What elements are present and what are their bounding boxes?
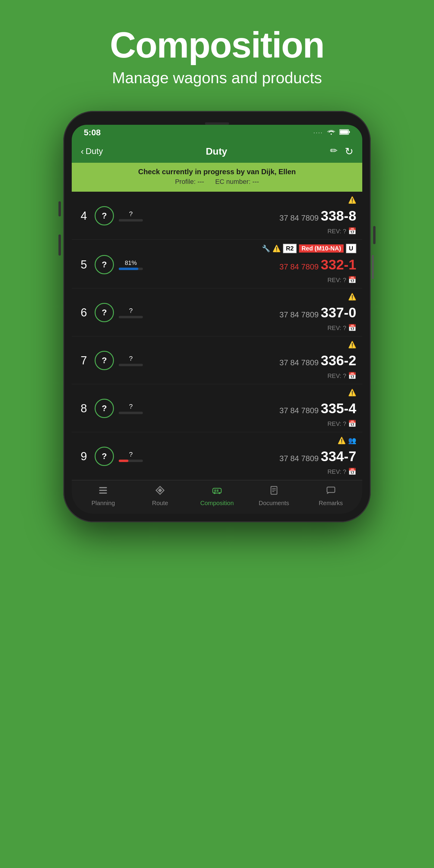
bottom-nav: Planning Route [72, 480, 362, 514]
nav-route[interactable]: Route [132, 485, 189, 507]
phone-frame: 5:08 ···· [63, 111, 371, 522]
wagon-item-5[interactable]: 🔧 ⚠️ R2 Red (M10-NA) U 5 ? 81% [72, 240, 362, 288]
warning-icon-8: ⚠️ [348, 389, 356, 397]
wagon-6-id: 37 84 7809 337-0 [148, 304, 356, 321]
wagon-item-8[interactable]: ⚠️ 8 ? ? 37 [72, 384, 362, 432]
dots-icon: ···· [313, 130, 323, 136]
volume-down-button [59, 235, 61, 255]
warning-icon-6: ⚠️ [348, 293, 356, 301]
wagon-9-number: 9 [78, 450, 90, 463]
wifi-icon [327, 128, 336, 137]
wagon-9-progress: ? [119, 451, 143, 462]
svg-rect-1 [340, 130, 348, 134]
wagon-5-progress: 81% [119, 259, 143, 270]
page-header: Composition Manage wagons and products [110, 24, 324, 87]
wagon-8-progress-bar [119, 412, 143, 414]
page-title: Composition [110, 24, 324, 66]
red-m10-badge: Red (M10-NA) [299, 244, 343, 253]
svg-rect-4 [99, 490, 107, 491]
scroll-indicator [372, 255, 374, 279]
warning-triangle-icon: ⚠️ [273, 245, 281, 253]
phone-screen: ‹ Duty Duty ✏ ↻ Check currently in progr… [72, 140, 362, 514]
wagon-5-progress-bar [119, 268, 143, 270]
camera-notch [72, 119, 362, 125]
nav-planning[interactable]: Planning [75, 485, 132, 507]
nav-remarks[interactable]: Remarks [302, 485, 359, 507]
refresh-icon[interactable]: ↻ [345, 145, 353, 157]
nav-composition[interactable]: Composition [189, 485, 246, 507]
calendar-icon-6: 📅 [348, 324, 356, 332]
wagon-4-number: 4 [78, 210, 90, 222]
nav-documents[interactable]: Documents [245, 485, 302, 507]
wagon-7-badges: ⚠️ [78, 341, 356, 349]
profile-ec-text: Profile: --- EC number: --- [78, 178, 356, 187]
status-bar: 5:08 ···· [72, 125, 362, 140]
wagon-4-circle: ? [95, 206, 114, 225]
wagon-item-7[interactable]: ⚠️ 7 ? ? 37 [72, 336, 362, 384]
wagon-4-id: 37 84 7809 338-8 [148, 208, 356, 224]
wagon-9-badges: ⚠️ 👥 [78, 436, 356, 445]
wagon-7-progress-bar [119, 364, 143, 366]
info-banner: Check currently in progress by van Dijk,… [72, 163, 362, 192]
wagon-5-row: 5 ? 81% 37 84 7809 332-1 [78, 255, 356, 274]
wagon-9-rev: REV: ? 📅 [78, 468, 356, 475]
wagon-8-badges: ⚠️ [78, 389, 356, 397]
svg-marker-7 [158, 488, 162, 493]
calendar-icon-5: 📅 [348, 276, 356, 284]
speaker-bar [205, 122, 229, 125]
svg-rect-12 [217, 490, 218, 492]
svg-rect-17 [327, 487, 335, 493]
svg-rect-5 [99, 493, 107, 494]
battery-icon [339, 129, 350, 136]
nav-route-label: Route [152, 500, 168, 507]
wagon-6-progress: ? [119, 307, 143, 318]
back-button[interactable]: ‹ Duty [81, 146, 103, 156]
wagon-item-6[interactable]: ⚠️ 6 ? ? 37 [72, 288, 362, 336]
r2-badge: R2 [283, 244, 297, 253]
app-bar-title: Duty [206, 146, 227, 157]
wagon-list: ⚠️ 4 ? ? 37 [72, 192, 362, 480]
wagon-8-number: 8 [78, 402, 90, 415]
svg-point-9 [214, 492, 216, 494]
wagon-8-row: 8 ? ? 37 84 7809 335-4 [78, 399, 356, 418]
warning-icon-9: ⚠️ [338, 437, 346, 444]
svg-rect-2 [349, 131, 350, 133]
profile-label: Profile: --- [175, 178, 204, 185]
wagon-item-4[interactable]: ⚠️ 4 ? ? 37 [72, 192, 362, 240]
wagon-9-id: 37 84 7809 334-7 [148, 448, 356, 464]
wagon-6-badges: ⚠️ [78, 293, 356, 301]
people-icon-9: 👥 [348, 437, 356, 444]
calendar-icon: 📅 [348, 227, 356, 235]
edit-icon[interactable]: ✏ [330, 145, 338, 157]
wagon-5-id: 37 84 7809 332-1 [148, 256, 356, 273]
calendar-icon-9: 📅 [348, 468, 356, 475]
wagon-7-number: 7 [78, 354, 90, 367]
calendar-icon-8: 📅 [348, 420, 356, 428]
nav-remarks-label: Remarks [319, 500, 343, 507]
wagon-8-id: 37 84 7809 335-4 [148, 400, 356, 416]
check-in-progress-text: Check currently in progress by van Dijk,… [78, 167, 356, 176]
wagon-4-progress: ? [119, 210, 143, 221]
wagon-9-progress-bar [119, 460, 143, 462]
wagon-7-id: 37 84 7809 336-2 [148, 352, 356, 369]
wagon-6-rev: REV: ? 📅 [78, 324, 356, 332]
nav-planning-label: Planning [91, 500, 115, 507]
wagon-item-9[interactable]: ⚠️ 👥 9 ? ? [72, 432, 362, 480]
page-subtitle: Manage wagons and products [110, 69, 324, 87]
back-label: Duty [86, 147, 103, 156]
phone-frame-wrapper: 5:08 ···· [63, 111, 371, 522]
wagon-4-row: 4 ? ? 37 84 7809 338-8 [78, 206, 356, 225]
route-icon [155, 485, 165, 498]
wagon-8-circle: ? [95, 399, 114, 418]
app-bar: ‹ Duty Duty ✏ ↻ [72, 140, 362, 163]
nav-composition-label: Composition [200, 500, 234, 507]
wagon-7-row: 7 ? ? 37 84 7809 336-2 [78, 351, 356, 370]
power-button [373, 226, 375, 244]
wagon-8-rev: REV: ? 📅 [78, 420, 356, 428]
volume-up-button [59, 201, 61, 216]
calendar-icon-7: 📅 [348, 372, 356, 380]
wagon-6-progress-bar [119, 316, 143, 318]
warning-icon-7: ⚠️ [348, 341, 356, 349]
wagon-5-rev: REV: ? 📅 [78, 276, 356, 284]
wagon-4-progress-bar [119, 219, 143, 221]
